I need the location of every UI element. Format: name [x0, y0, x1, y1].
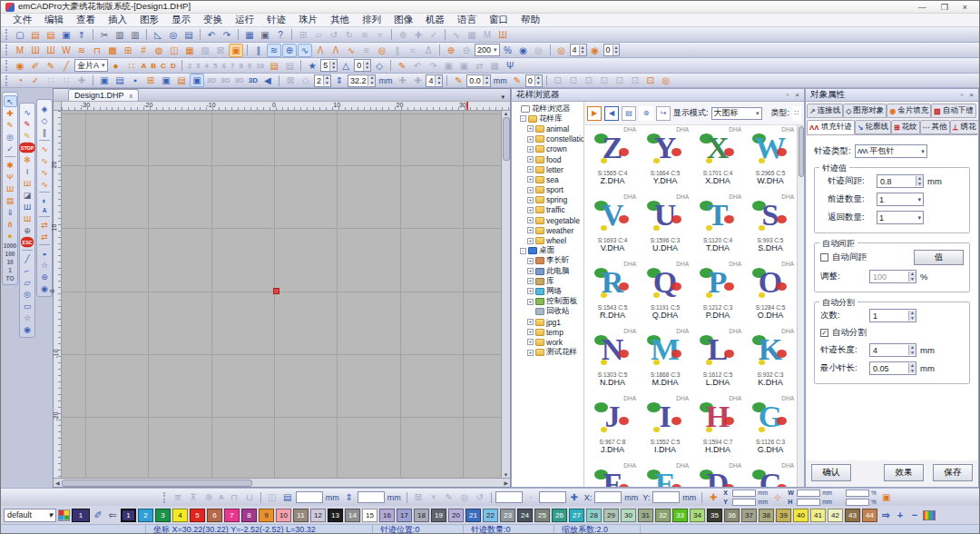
stitch-icon[interactable]: ◫	[167, 44, 181, 57]
tree-expander-icon[interactable]: -	[520, 115, 526, 122]
tree-expander-icon[interactable]: +	[527, 278, 534, 284]
step-1-button[interactable]: 1	[8, 266, 12, 274]
polyline-tool[interactable]: ⌐	[21, 264, 34, 276]
machine-color-icon[interactable]: ⊡	[643, 74, 658, 87]
satin-stitch-icon[interactable]: Μ	[13, 44, 27, 57]
menu-窗口[interactable]: 窗口	[483, 14, 514, 26]
tree-item-animal[interactable]: +animal	[513, 124, 583, 134]
tool-icon[interactable]: ▦	[465, 28, 479, 42]
sequin-d-button[interactable]: D	[169, 62, 178, 70]
resize-icon[interactable]: ⊹	[770, 490, 785, 504]
line-tool[interactable]: ╱	[21, 252, 34, 264]
sequin-8-button[interactable]: 8	[237, 62, 244, 70]
tool-icon[interactable]: ▣	[456, 59, 471, 73]
pattern-thumbnail-L.DHA[interactable]: DHALS:1612 C:5L.DHA	[691, 327, 744, 394]
next-pattern-button[interactable]: ▶	[587, 106, 602, 121]
tab-填充针迹[interactable]: ΛΛ填充针迹	[807, 120, 855, 134]
pattern-thumbnail-O.DHA[interactable]: DHAOS:1284 C:5O.DHA	[744, 260, 797, 327]
tree-item-网络[interactable]: +网络	[513, 286, 583, 296]
zoom-out-icon[interactable]: ⊖	[459, 44, 474, 57]
pattern-thumbnail-T.DHA[interactable]: DHATS:1120 C:4T.DHA	[691, 193, 744, 260]
pattern-thumbnail-F.DHA[interactable]: DHAFF.DHA	[586, 461, 639, 487]
tree-item-vegetable[interactable]: +vegetable	[513, 215, 583, 225]
menu-机器[interactable]: 机器	[419, 14, 451, 26]
align-icon[interactable]: ⊔	[242, 490, 257, 504]
palette-preset-select[interactable]: default▾	[4, 509, 56, 522]
pattern-thumbnail-D.DHA[interactable]: DHADD.DHA	[691, 461, 744, 487]
pattern-thumbnail-S.DHA[interactable]: DHASS:993 C:5S.DHA	[744, 193, 797, 260]
stitch-icon[interactable]: W	[59, 44, 74, 57]
cut-icon[interactable]: ✂	[97, 28, 112, 42]
pos-y-input[interactable]	[652, 491, 680, 503]
value-input[interactable]	[846, 499, 869, 506]
tool-icon[interactable]: ∷	[59, 74, 74, 87]
tree-item-库[interactable]: +库	[513, 276, 583, 286]
stitch-tool[interactable]: Ш	[21, 213, 34, 224]
tab-轮廓线[interactable]: ↘轮廓线	[855, 120, 891, 134]
shape-tool[interactable]: ◇	[38, 114, 52, 126]
forward-count-select[interactable]: 1▾	[877, 193, 924, 206]
contour-icon[interactable]: ∿	[298, 44, 312, 57]
stitch-icon[interactable]: Ш	[28, 44, 43, 57]
tool-icon[interactable]: ⊠	[411, 490, 426, 504]
view3d-icon[interactable]: 3D	[247, 76, 260, 84]
back-count-select[interactable]: 1▾	[877, 211, 924, 224]
panel-icon[interactable]: ▣	[97, 74, 112, 87]
pin-icon[interactable]: ▫	[960, 91, 963, 99]
open-icon[interactable]: ▤	[28, 28, 43, 42]
tree-item-花样库[interactable]: -花样库	[513, 114, 583, 124]
tree-expander-icon[interactable]: +	[527, 339, 534, 345]
color-swatch-6[interactable]: 6	[207, 509, 222, 522]
tool-icon[interactable]: ✓	[426, 28, 441, 42]
pattern-thumbnail-G.DHA[interactable]: DHAGS:1126 C:3G.DHA	[744, 394, 797, 461]
machine-icon[interactable]: ⊡	[566, 74, 581, 87]
circle-cross-tool[interactable]: ⊕	[21, 224, 34, 236]
menu-编辑[interactable]: 编辑	[38, 14, 70, 26]
stitch-tool[interactable]: Ш	[21, 201, 34, 213]
color-swatch-31[interactable]: 31	[638, 509, 653, 522]
align-icon[interactable]: ⊓	[227, 490, 241, 504]
stitch-spacing-spinner[interactable]: 0.8▲▼	[877, 174, 924, 188]
close-panel-icon[interactable]: ×	[969, 91, 974, 99]
hscroll-thumb[interactable]	[62, 480, 252, 487]
tab-close-icon[interactable]: x	[130, 93, 133, 99]
color-swatch-13[interactable]: 13	[328, 509, 343, 522]
menu-运行[interactable]: 运行	[229, 14, 260, 26]
color-swatch-1[interactable]: 1	[121, 509, 136, 522]
browser-scrollbar[interactable]	[797, 125, 804, 487]
wave-icon[interactable]: ∿	[344, 44, 358, 57]
remove-color-icon[interactable]: −	[908, 509, 921, 520]
esc-button[interactable]: ESC	[21, 237, 34, 248]
document-tab[interactable]: Design1.DHP x	[68, 89, 139, 101]
tree-expander-icon[interactable]: +	[527, 268, 534, 274]
length-spinner[interactable]: 4▲▼	[869, 343, 916, 357]
dot-icon[interactable]: ▪	[128, 74, 142, 87]
menu-针迹[interactable]: 针迹	[260, 14, 292, 26]
stitch-icon[interactable]: Δ	[421, 44, 436, 57]
list-panel-icon[interactable]: ▤	[113, 74, 127, 87]
curve3-tool[interactable]: ∿	[38, 154, 52, 166]
y-tool-icon[interactable]: Ψ	[503, 59, 517, 73]
length-input[interactable]	[296, 491, 323, 503]
tree-item-回收站[interactable]: 回收站	[513, 307, 583, 317]
color-swatch-19[interactable]: 19	[431, 509, 446, 522]
tree-expander-icon[interactable]: +	[527, 156, 534, 163]
tab-花纹[interactable]: ⊞花纹	[891, 120, 920, 134]
cross-stitch-icon[interactable]: ≋	[267, 44, 281, 57]
tool-icon[interactable]: ⊠	[283, 74, 298, 87]
tatami-icon[interactable]: ▩	[105, 44, 120, 57]
color-swatch-36[interactable]: 36	[724, 509, 740, 522]
grid-size-spinner[interactable]: 2▲▼	[314, 74, 331, 87]
open-pattern-icon[interactable]: ▤	[44, 28, 58, 42]
jump1-tool[interactable]: ⇄	[38, 219, 52, 231]
pattern-thumbnail-C.DHA[interactable]: DHACC.DHA	[744, 461, 797, 487]
pen-a-icon[interactable]: ✎	[510, 74, 524, 87]
menu-变换[interactable]: 变换	[197, 14, 229, 26]
check-icon[interactable]: ✓	[28, 74, 43, 87]
stitch-icon[interactable]: ⊓	[90, 44, 104, 57]
menu-查看[interactable]: 查看	[70, 14, 102, 26]
menu-珠片[interactable]: 珠片	[292, 14, 324, 26]
pen-red-tool[interactable]: ✎	[21, 118, 34, 130]
tree-expander-icon[interactable]: +	[527, 258, 534, 264]
pattern-thumbnail-H.DHA[interactable]: DHAHS:1594 C:7H.DHA	[691, 394, 744, 461]
